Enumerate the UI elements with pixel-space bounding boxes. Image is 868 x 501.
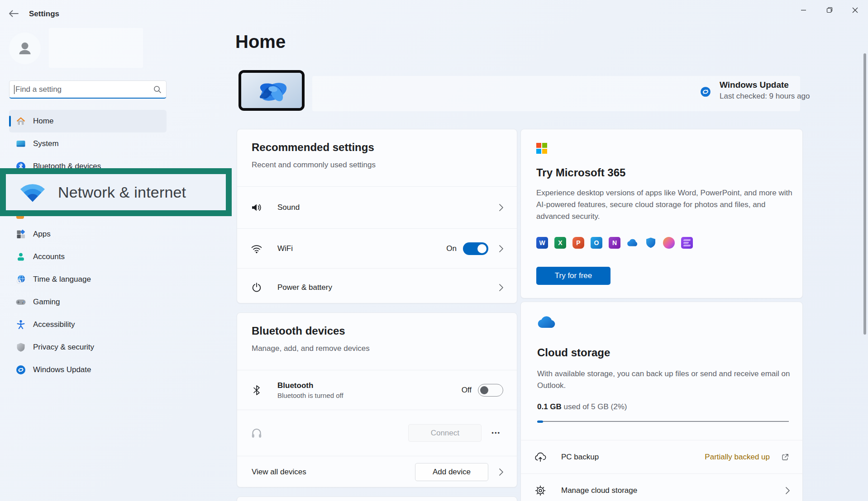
search-input[interactable]: Find a setting bbox=[9, 80, 167, 99]
personalization-icon-partial bbox=[16, 216, 24, 219]
back-arrow-icon bbox=[9, 10, 19, 17]
row-label: Sound bbox=[277, 203, 300, 212]
sidebar-item-label: Home bbox=[33, 117, 53, 126]
storage-progress-fill bbox=[537, 421, 543, 423]
chevron-right-icon bbox=[499, 284, 503, 291]
wifi-row[interactable]: WiFi On bbox=[237, 228, 517, 268]
sidebar-item-accessibility[interactable]: Accessibility bbox=[9, 313, 167, 336]
bluetooth-toggle-row[interactable]: Bluetooth Bluetooth is turned off Off bbox=[237, 370, 517, 410]
sidebar-item-time-language[interactable]: Time & language bbox=[9, 268, 167, 291]
settings-window: Settings Find a setting Home bbox=[0, 0, 868, 501]
toggle-knob bbox=[480, 386, 488, 394]
manage-cloud-storage-row[interactable]: Manage cloud storage bbox=[521, 473, 803, 501]
defender-icon bbox=[645, 237, 657, 249]
bluetooth-devices-card: Bluetooth devices Manage, add, and remov… bbox=[237, 312, 517, 487]
storage-used-value: 0.1 GB bbox=[537, 402, 562, 411]
home-icon bbox=[15, 116, 26, 127]
headphones-icon bbox=[251, 427, 262, 440]
more-options-button[interactable]: ••• bbox=[489, 427, 503, 439]
scrollbar-thumb[interactable] bbox=[863, 53, 866, 335]
gear-icon bbox=[534, 485, 546, 496]
page-title: Home bbox=[235, 32, 286, 52]
copilot-icon bbox=[663, 237, 675, 249]
power-icon bbox=[251, 282, 262, 293]
row-label: WiFi bbox=[277, 244, 293, 253]
sidebar-item-label: Time & language bbox=[33, 275, 91, 284]
try-for-free-button[interactable]: Try for free bbox=[536, 267, 610, 285]
windows-update-icon bbox=[700, 86, 711, 98]
update-title: Windows Update bbox=[720, 80, 789, 90]
bluetooth-toggle[interactable] bbox=[478, 384, 503, 397]
external-link-icon bbox=[781, 453, 790, 462]
powerpoint-icon: P bbox=[572, 237, 584, 249]
chevron-right-icon bbox=[786, 487, 790, 494]
gaming-icon bbox=[15, 297, 26, 307]
sound-icon bbox=[251, 202, 262, 213]
sidebar-item-label: Privacy & security bbox=[33, 343, 94, 352]
sidebar-item-accounts[interactable]: Accounts bbox=[9, 246, 167, 268]
card-title: Recommended settings bbox=[252, 141, 502, 154]
network-internet-magnified: Network & internet bbox=[6, 174, 226, 210]
toggle-knob bbox=[477, 244, 486, 253]
accounts-icon bbox=[15, 251, 26, 262]
bluetooth-icon bbox=[251, 384, 262, 396]
minimize-button[interactable] bbox=[791, 0, 816, 20]
sidebar-item-label: Gaming bbox=[33, 298, 60, 307]
sidebar-item-apps[interactable]: Apps bbox=[9, 223, 167, 246]
sidebar-item-label: Accessibility bbox=[33, 320, 75, 329]
add-device-button[interactable]: Add device bbox=[415, 463, 488, 481]
shield-icon bbox=[15, 342, 26, 353]
sidebar-item-windows-update[interactable]: Windows Update bbox=[9, 359, 167, 381]
onedrive-cloud-icon bbox=[537, 316, 556, 328]
search-placeholder: Find a setting bbox=[15, 85, 153, 94]
card-description: With available storage, you can back up … bbox=[537, 368, 792, 392]
chevron-right-icon bbox=[499, 204, 503, 211]
microsoft-365-card: Try Microsoft 365 Experience desktop ver… bbox=[520, 129, 803, 298]
back-button[interactable] bbox=[6, 7, 21, 20]
view-all-devices-row[interactable]: View all devices Add device bbox=[237, 456, 517, 487]
card-subtitle: Recent and commonly used settings bbox=[252, 161, 502, 170]
sidebar-item-gaming[interactable]: Gaming bbox=[9, 291, 167, 313]
toggle-state-label: Off bbox=[462, 386, 472, 395]
row-label: View all devices bbox=[252, 468, 306, 477]
chevron-right-icon bbox=[499, 468, 503, 476]
sidebar-item-label: System bbox=[33, 139, 59, 148]
connect-button[interactable]: Connect bbox=[408, 424, 482, 442]
wifi-toggle[interactable] bbox=[463, 242, 488, 255]
sidebar-item-privacy-security[interactable]: Privacy & security bbox=[9, 336, 167, 359]
row-label: Manage cloud storage bbox=[561, 486, 637, 495]
desktop-preview-thumbnail bbox=[238, 70, 305, 111]
sidebar-item-system[interactable]: System bbox=[9, 132, 167, 155]
sidebar-item-home[interactable]: Home bbox=[9, 110, 167, 132]
storage-usage-text: 0.1 GB used of 5 GB (2%) bbox=[537, 402, 627, 411]
close-button[interactable] bbox=[842, 0, 868, 20]
wifi-icon bbox=[251, 244, 262, 254]
card-header: Recommended settings Recent and commonly… bbox=[237, 129, 517, 186]
sound-row[interactable]: Sound bbox=[237, 186, 517, 228]
next-card-partial bbox=[237, 496, 517, 501]
excel-icon: X bbox=[554, 237, 566, 249]
update-last-checked: Last checked: 9 hours ago bbox=[720, 92, 810, 101]
word-icon: W bbox=[536, 237, 548, 249]
network-internet-highlight[interactable]: Network & internet bbox=[0, 168, 232, 216]
paired-device-row[interactable]: Connect ••• bbox=[237, 410, 517, 456]
restore-button[interactable] bbox=[816, 0, 842, 20]
pc-backup-row[interactable]: PC backup Partially backed up bbox=[521, 440, 803, 473]
card-subtitle: Manage, add, and remove devices bbox=[252, 344, 502, 353]
outlook-icon: O bbox=[591, 237, 602, 249]
search-icon bbox=[153, 85, 162, 94]
wifi-icon bbox=[19, 181, 46, 203]
microsoft-logo-icon bbox=[536, 143, 547, 154]
annotation-label: Network & internet bbox=[58, 184, 186, 201]
card-title: Cloud storage bbox=[537, 346, 610, 359]
sidebar-item-label: Apps bbox=[33, 230, 51, 239]
sidebar-item-label: Accounts bbox=[33, 252, 65, 261]
power-battery-row[interactable]: Power & battery bbox=[237, 268, 517, 303]
storage-progress-track bbox=[537, 421, 789, 422]
toggle-state-label: On bbox=[446, 244, 457, 253]
accessibility-icon bbox=[15, 319, 26, 330]
onedrive-icon bbox=[627, 237, 639, 249]
row-sublabel: Bluetooth is turned off bbox=[277, 392, 343, 399]
avatar[interactable] bbox=[9, 33, 41, 64]
window-controls bbox=[791, 0, 868, 20]
